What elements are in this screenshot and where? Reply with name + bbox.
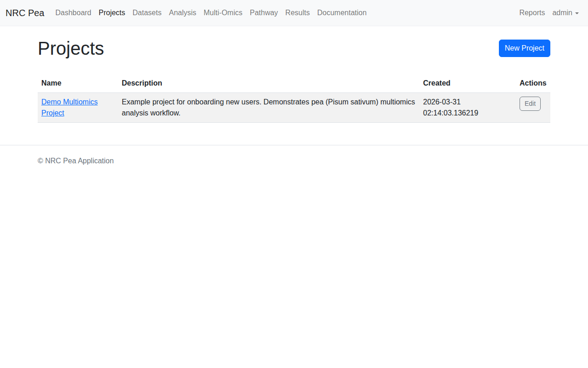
nav-item-analysis[interactable]: Analysis [165, 4, 200, 22]
column-header-actions: Actions [516, 74, 550, 93]
table-row: Demo Multiomics Project Example project … [38, 93, 550, 123]
edit-button[interactable]: Edit [520, 97, 541, 111]
column-header-description: Description [118, 74, 419, 93]
user-dropdown-label: admin [552, 9, 572, 17]
project-description-cell: Example project for onboarding new users… [118, 93, 419, 123]
nav-item-results[interactable]: Results [282, 4, 313, 22]
project-link[interactable]: Demo Multiomics Project [41, 98, 98, 117]
nav-item-reports[interactable]: Reports [515, 4, 548, 22]
table-header-row: Name Description Created Actions [38, 74, 550, 93]
footer: © NRC Pea Application [0, 145, 588, 177]
project-name-cell: Demo Multiomics Project [38, 93, 118, 123]
main-content: Projects New Project Name Description Cr… [32, 37, 556, 123]
page-header: Projects New Project [38, 37, 550, 59]
column-header-created: Created [419, 74, 516, 93]
navbar: NRC Pea Dashboard Projects Datasets Anal… [0, 0, 588, 26]
nav-item-dashboard[interactable]: Dashboard [51, 4, 95, 22]
chevron-down-icon [575, 12, 579, 14]
projects-table: Name Description Created Actions Demo Mu… [38, 74, 550, 123]
user-nav: Reports admin [515, 4, 582, 22]
nav-item-multi-omics[interactable]: Multi-Omics [200, 4, 246, 22]
project-actions-cell: Edit [516, 93, 550, 123]
brand-link[interactable]: NRC Pea [6, 6, 44, 20]
project-created-cell: 2026-03-31 02:14:03.136219 [419, 93, 516, 123]
nav-item-projects[interactable]: Projects [95, 4, 129, 22]
column-header-name: Name [38, 74, 118, 93]
new-project-button[interactable]: New Project [499, 40, 550, 57]
user-dropdown-toggle[interactable]: admin [548, 4, 582, 22]
page-title: Projects [38, 37, 104, 59]
copyright-text: © NRC Pea Application [38, 157, 114, 165]
main-nav: Dashboard Projects Datasets Analysis Mul… [51, 4, 370, 22]
nav-item-datasets[interactable]: Datasets [129, 4, 165, 22]
nav-item-documentation[interactable]: Documentation [313, 4, 370, 22]
nav-item-pathway[interactable]: Pathway [246, 4, 282, 22]
